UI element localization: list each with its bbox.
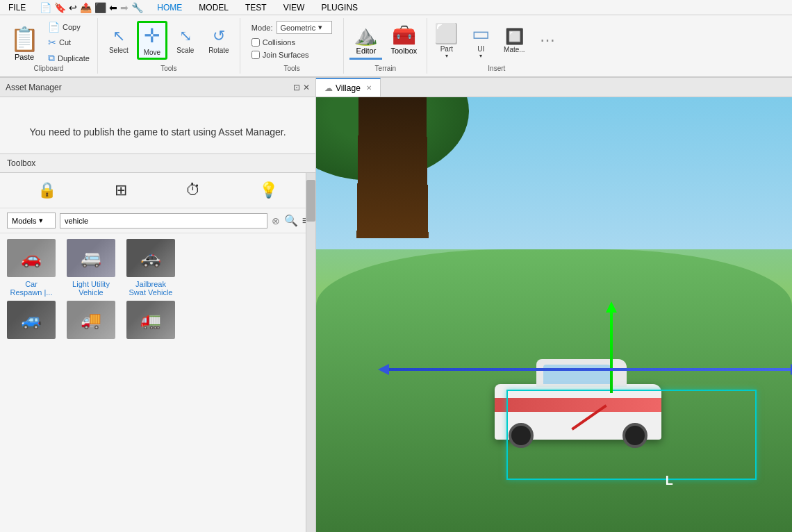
scale-button[interactable]: ⤡ Scale	[170, 24, 201, 57]
menu-home[interactable]: HOME	[154, 1, 185, 14]
toolbox-header: Toolbox	[0, 154, 315, 173]
result-bottom-1-thumb: 🚙	[7, 301, 56, 339]
toolbox-bulb-button[interactable]: 💡	[254, 178, 283, 202]
part-arrow-icon: ▾	[445, 53, 448, 59]
more-icon: ⋯	[540, 31, 555, 49]
duplicate-label: Duplicate	[58, 54, 90, 63]
menu-bar: FILE 📄 🔖 ↩ 📤 ⬛ ⬅ ➡ 🔧 HOME MODEL TEST VIE…	[0, 0, 792, 15]
terrain-toolbox-button[interactable]: 🧰 Toolbox	[386, 21, 421, 60]
move-icon: ✛	[144, 24, 160, 47]
part-button[interactable]: ⬜ Part ▾	[430, 19, 463, 62]
cut-label: Cut	[59, 38, 71, 47]
tree-trunk	[356, 97, 428, 238]
collisions-label: Collisions	[263, 38, 295, 47]
ui-arrow-icon: ▾	[479, 53, 482, 59]
tools-label: Tools	[98, 65, 240, 72]
menu-view[interactable]: VIEW	[281, 1, 308, 14]
join-surfaces-checkbox[interactable]	[251, 51, 260, 59]
duplicate-icon: ⧉	[48, 52, 55, 64]
rotate-icon: ↺	[213, 27, 225, 45]
vehicle	[481, 384, 675, 454]
select-icon: ↖	[113, 27, 125, 45]
editor-button[interactable]: ⛰️ Editor	[349, 21, 382, 60]
toolbox-grid-button[interactable]: ⊞	[109, 178, 133, 202]
result-light-utility-label: Light UtilityVehicle	[72, 280, 110, 297]
tab-bar: ☁ Village ✕	[316, 78, 792, 97]
mode-chevron-icon: ▾	[318, 23, 322, 32]
menu-plugins[interactable]: PLUGINS	[318, 1, 361, 14]
cut-button[interactable]: ✂ Cut	[46, 36, 92, 49]
result-swat[interactable]: 🚓 JailbreakSwat Vehicle	[126, 239, 175, 297]
clipboard-label: Clipboard	[0, 65, 97, 72]
village-tab-close-button[interactable]: ✕	[366, 84, 372, 92]
vehicle-stripe	[495, 398, 661, 412]
select-button[interactable]: ↖ Select	[104, 24, 134, 57]
results-row-2: 🚙 🚚 🚛	[7, 301, 308, 339]
move-label: Move	[144, 49, 160, 56]
more-insert-button[interactable]: ⋯	[532, 28, 563, 52]
search-input[interactable]	[60, 213, 267, 228]
ribbon-group-insert: ⬜ Part ▾ ▭ UI ▾ 🔲 Mate... ⋯ Insert	[427, 18, 566, 74]
search-go-button[interactable]: 🔍	[284, 214, 298, 227]
menu-file[interactable]: FILE	[6, 1, 28, 14]
result-bottom-2[interactable]: 🚚	[67, 301, 115, 339]
mode-dropdown[interactable]: Geometric ▾	[277, 21, 332, 34]
results-row-1: 🚗 CarRespawn |... 🚐 Light UtilityVehicle	[7, 239, 308, 297]
scene-area[interactable]: L	[316, 97, 792, 532]
category-value: Models	[12, 217, 36, 225]
mode-label: Mode:	[251, 24, 273, 32]
join-surfaces-label: Join Surfaces	[263, 51, 309, 59]
editor-label: Editor	[356, 47, 377, 55]
part-label: Part	[440, 45, 453, 53]
result-bottom-3[interactable]: 🚛	[126, 301, 175, 339]
panel-maximize-button[interactable]: ⊡	[293, 83, 300, 92]
search-row: Models ▾ ⊗ 🔍 ≡	[0, 208, 315, 233]
main-content: Asset Manager ⊡ ✕ You need to publish th…	[0, 78, 792, 532]
paste-button[interactable]: 📋 Paste	[6, 24, 43, 63]
village-tab[interactable]: ☁ Village ✕	[316, 78, 381, 97]
category-dropdown[interactable]: Models ▾	[7, 213, 56, 228]
toolbox-icons-row: 🔒 ⊞ ⏱ 💡	[0, 173, 315, 208]
menu-model[interactable]: MODEL	[196, 1, 231, 14]
select-label: Select	[109, 47, 129, 54]
result-light-utility[interactable]: 🚐 Light UtilityVehicle	[67, 239, 115, 297]
ribbon: 📋 Paste 📄 Copy ✂ Cut ⧉	[0, 15, 792, 78]
toolbox-title: Toolbox	[7, 158, 35, 168]
copy-button[interactable]: 📄 Copy	[46, 21, 92, 33]
mode-value: Geometric	[280, 24, 315, 32]
toolbox-scrollbar[interactable]	[306, 173, 315, 532]
search-clear-button[interactable]: ⊗	[272, 215, 280, 226]
toolbox-clock-button[interactable]: ⏱	[180, 178, 206, 202]
material-button[interactable]: 🔲 Mate...	[499, 25, 529, 56]
vehicle-wheel-right	[622, 423, 647, 448]
terrain-toolbox-icon: 🧰	[392, 24, 416, 47]
result-bottom-2-thumb: 🚚	[67, 301, 115, 339]
ribbon-group-terrain: ⛰️ Editor 🧰 Toolbox Terrain	[344, 18, 427, 74]
gizmo-vertical	[610, 310, 613, 393]
result-bottom-1[interactable]: 🚙	[7, 301, 56, 339]
scale-icon: ⤡	[179, 27, 192, 45]
asset-manager-message: You need to publish the game to start us…	[29, 125, 286, 140]
ui-button[interactable]: ▭ UI ▾	[465, 19, 496, 62]
gizmo-horiz-head-left	[378, 364, 389, 375]
ui-icon: ▭	[472, 22, 490, 45]
asset-manager-content: You need to publish the game to start us…	[0, 97, 315, 153]
rotate-button[interactable]: ↺ Rotate	[204, 24, 234, 57]
results-area: 🚗 CarRespawn |... 🚐 Light UtilityVehicle	[0, 233, 315, 344]
ui-label: UI	[477, 45, 484, 53]
rotate-label: Rotate	[208, 47, 229, 54]
ribbon-group-clipboard: 📋 Paste 📄 Copy ✂ Cut ⧉	[0, 18, 98, 74]
vehicle-body	[495, 384, 661, 440]
toolbox-lock-button[interactable]: 🔒	[32, 178, 62, 202]
material-label: Mate...	[504, 46, 525, 53]
duplicate-button[interactable]: ⧉ Duplicate	[46, 51, 92, 65]
menu-test[interactable]: TEST	[242, 1, 270, 14]
toolbox-scrollbar-thumb	[306, 180, 315, 222]
panel-close-button[interactable]: ✕	[303, 83, 310, 92]
terrain-label: Terrain	[344, 65, 427, 72]
move-button[interactable]: ✛ Move	[137, 21, 167, 60]
cut-icon: ✂	[48, 37, 56, 48]
collisions-checkbox[interactable]	[251, 38, 260, 47]
material-icon: 🔲	[505, 28, 524, 46]
result-car[interactable]: 🚗 CarRespawn |...	[7, 239, 56, 297]
